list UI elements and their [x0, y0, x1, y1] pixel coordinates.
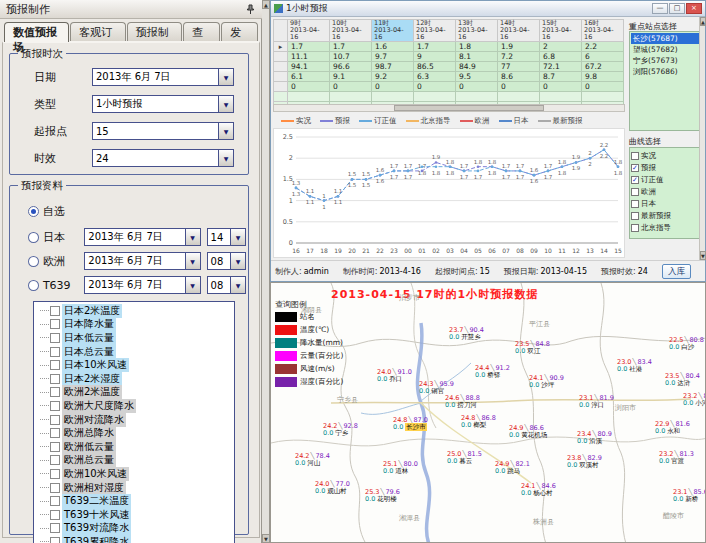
- tree-item[interactable]: 日本降水量: [34, 318, 234, 332]
- table-cell[interactable]: [330, 92, 372, 102]
- chevron-down-icon[interactable]: ▼: [230, 253, 245, 269]
- table-row-header[interactable]: [274, 92, 288, 102]
- checkbox-icon[interactable]: [50, 442, 60, 452]
- table-cell[interactable]: 1.8: [456, 42, 498, 52]
- table-column-header[interactable]: 13时2013-04-16: [456, 20, 498, 42]
- table-cell[interactable]: 6.1: [288, 72, 330, 82]
- tree-item[interactable]: 欧洲相对湿度: [34, 481, 234, 495]
- tab-预报制作[interactable]: 预报制作: [127, 22, 183, 42]
- table-cell[interactable]: 77: [498, 62, 540, 72]
- table-cell[interactable]: 72.1: [540, 62, 582, 72]
- table-hscroll-thumb[interactable]: [394, 105, 544, 111]
- radio-欧洲[interactable]: [28, 256, 39, 267]
- table-cell[interactable]: 9.8: [582, 72, 624, 82]
- table-cell[interactable]: 10.7: [330, 52, 372, 62]
- table-cell[interactable]: 84.9: [456, 62, 498, 72]
- chevron-down-icon[interactable]: ▼: [218, 96, 233, 112]
- field-combobox-日期[interactable]: 2013年 6月 7日▼: [92, 68, 234, 86]
- dock-panel-scrollbar[interactable]: ▲ ▼: [262, 0, 270, 543]
- scroll-up-icon[interactable]: ▲: [700, 17, 706, 26]
- window-vscrollbar[interactable]: ▲ ▼: [699, 17, 705, 260]
- table-column-header[interactable]: 9时2013-04-16: [288, 20, 330, 42]
- table-cell[interactable]: 6: [582, 52, 624, 62]
- table-cell[interactable]: 11.1: [288, 52, 330, 62]
- field-combobox-起报点[interactable]: 15▼: [92, 122, 234, 140]
- scroll-down-icon[interactable]: ▼: [262, 534, 270, 543]
- table-cell[interactable]: 1.7: [288, 42, 330, 52]
- table-cell[interactable]: [372, 92, 414, 102]
- table-cell[interactable]: 98.7: [372, 62, 414, 72]
- table-cell[interactable]: [288, 92, 330, 102]
- chevron-down-icon[interactable]: ▼: [218, 123, 233, 139]
- table-column-header[interactable]: 11时2013-04-16: [372, 20, 414, 42]
- table-row-header[interactable]: ▸: [274, 42, 288, 52]
- table-column-header[interactable]: 15时2013-04-16: [540, 20, 582, 42]
- chevron-down-icon[interactable]: ▼: [185, 229, 200, 245]
- checkbox-icon[interactable]: [50, 537, 60, 543]
- field-combobox-类型[interactable]: 1小时预报▼: [92, 95, 234, 113]
- table-cell[interactable]: 9.7: [372, 52, 414, 62]
- date-combobox-日本[interactable]: 2013年 6月 7日▼: [84, 228, 200, 246]
- checkbox-icon[interactable]: [631, 224, 639, 232]
- curve-option-最新预报[interactable]: 最新预报: [631, 210, 699, 222]
- table-cell[interactable]: [456, 92, 498, 102]
- curve-option-日本[interactable]: 日本: [631, 198, 699, 210]
- checkbox-icon[interactable]: [50, 510, 60, 520]
- table-cell[interactable]: 0: [456, 82, 498, 92]
- curve-option-北京指导[interactable]: 北京指导: [631, 222, 699, 234]
- table-cell[interactable]: 0: [330, 82, 372, 92]
- tree-item[interactable]: 日本10米风速: [34, 358, 234, 372]
- table-cell[interactable]: 1.9: [498, 42, 540, 52]
- table-cell[interactable]: 9: [414, 52, 456, 62]
- minimize-button[interactable]: —: [652, 3, 668, 14]
- station-list-item[interactable]: 长沙(57687): [631, 33, 699, 44]
- scroll-down-icon[interactable]: ▼: [700, 251, 706, 260]
- table-column-header[interactable]: 12时2013-04-16: [414, 20, 456, 42]
- checkbox-icon[interactable]: [50, 306, 60, 316]
- table-cell[interactable]: 94.1: [288, 62, 330, 72]
- curve-option-订正值[interactable]: ✓订正值: [631, 174, 699, 186]
- checkbox-icon[interactable]: ✓: [631, 164, 639, 172]
- table-row-header[interactable]: [274, 72, 288, 82]
- table-cell[interactable]: 9.1: [330, 72, 372, 82]
- tree-item[interactable]: T639十米风速: [34, 508, 234, 522]
- table-cell[interactable]: [414, 92, 456, 102]
- table-row-header[interactable]: [274, 62, 288, 72]
- radio-自选[interactable]: [28, 206, 39, 217]
- table-column-header[interactable]: 14时2013-04-16: [498, 20, 540, 42]
- table-cell[interactable]: 2: [540, 42, 582, 52]
- field-combobox-时效[interactable]: 24▼: [92, 149, 234, 167]
- tree-item[interactable]: T639二米温度: [34, 494, 234, 508]
- table-cell[interactable]: 0: [540, 82, 582, 92]
- table-cell[interactable]: 0: [582, 82, 624, 92]
- tab-查询[interactable]: 查询: [183, 22, 220, 42]
- checkbox-icon[interactable]: [631, 188, 639, 196]
- scroll-up-icon[interactable]: ▲: [262, 0, 270, 9]
- close-button[interactable]: ×: [686, 3, 702, 14]
- forecast-table[interactable]: 9时2013-04-1610时2013-04-1611时2013-04-1612…: [273, 19, 625, 112]
- chevron-down-icon[interactable]: ▼: [185, 253, 200, 269]
- table-cell[interactable]: 6.8: [540, 52, 582, 62]
- tree-item[interactable]: 日本2米湿度: [34, 372, 234, 386]
- checkbox-icon[interactable]: [50, 496, 60, 506]
- tab-发布[interactable]: 发布: [221, 22, 258, 42]
- table-cell[interactable]: 0: [414, 82, 456, 92]
- checkbox-icon[interactable]: [50, 415, 60, 425]
- tree-item[interactable]: 欧洲总云量: [34, 454, 234, 468]
- checkbox-icon[interactable]: [50, 319, 60, 329]
- checkbox-icon[interactable]: [631, 200, 639, 208]
- tree-item[interactable]: 欧洲总降水: [34, 426, 234, 440]
- table-cell[interactable]: 96.6: [330, 62, 372, 72]
- checkbox-icon[interactable]: [50, 455, 60, 465]
- tree-item[interactable]: 欧洲大尺度降水: [34, 399, 234, 413]
- checkbox-icon[interactable]: [50, 333, 60, 343]
- table-cell[interactable]: 0: [498, 82, 540, 92]
- chevron-down-icon[interactable]: ▼: [230, 229, 245, 245]
- table-cell[interactable]: 0: [372, 82, 414, 92]
- table-column-header[interactable]: 10时2013-04-16: [330, 20, 372, 42]
- table-row-header[interactable]: [274, 52, 288, 62]
- checkbox-icon[interactable]: [631, 152, 639, 160]
- maximize-button[interactable]: □: [669, 3, 685, 14]
- checkbox-icon[interactable]: [50, 347, 60, 357]
- curve-option-预报[interactable]: ✓预报: [631, 162, 699, 174]
